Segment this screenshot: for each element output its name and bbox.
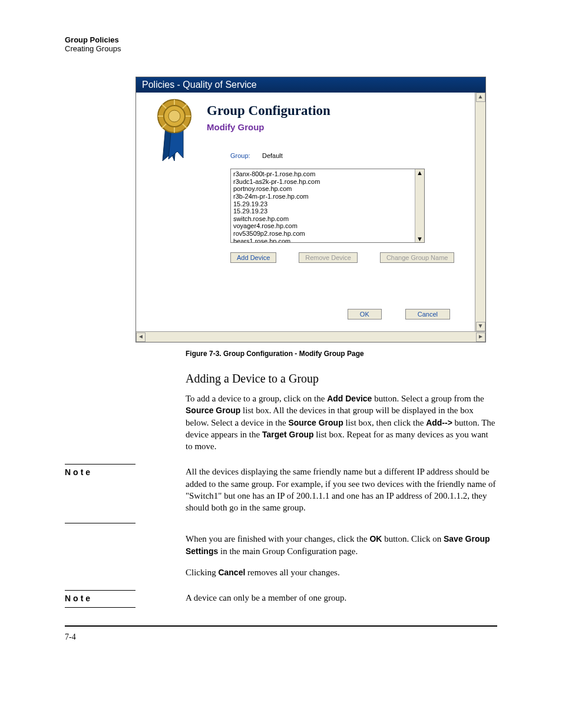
device-listbox[interactable]: r3anx-800t-pr-1.rose.hp.comr3udc1-as2k-p… — [230, 169, 425, 243]
svg-marker-1 — [168, 127, 183, 159]
note-rule-top — [65, 590, 135, 591]
change-group-name-button[interactable]: Change Group Name — [380, 252, 455, 263]
bold-ok: OK — [369, 534, 382, 543]
svg-point-2 — [158, 100, 191, 133]
text: list box, then click the — [343, 418, 426, 427]
text: in the main Group Configuration page. — [218, 546, 358, 556]
window-titlebar: Policies - Quality of Service — [136, 77, 485, 93]
note-2-text: A device can only be a member of one gro… — [186, 592, 497, 604]
list-item[interactable]: r3udc1-as2k-pr-1.rose.hp.com — [233, 178, 422, 186]
note-block-1: Note All the devices displaying the same… — [65, 464, 497, 523]
banner-subtitle: Modify Group — [207, 122, 468, 132]
group-value: Default — [262, 152, 283, 159]
scroll-down-icon[interactable]: ▼ — [476, 322, 485, 331]
text: removes all your changes. — [245, 568, 339, 577]
scroll-up-icon[interactable]: ▲ — [476, 93, 485, 102]
svg-point-3 — [164, 106, 185, 127]
note-label: Note — [65, 594, 92, 603]
list-item[interactable]: rov53509p2.rose.hp.com — [233, 230, 422, 238]
list-item[interactable]: 15.29.19.23 — [233, 207, 422, 215]
list-item[interactable]: 15.29.19.23 — [233, 200, 422, 208]
page-number: 7-4 — [65, 633, 497, 642]
header-subtitle: Creating Groups — [65, 44, 497, 53]
viewport-vscrollbar[interactable]: ▲ ▼ — [475, 93, 485, 331]
banner-title: Group Configuration — [207, 103, 468, 118]
text: button. Click on — [382, 534, 444, 543]
paragraph-add-device: To add a device to a group, click on the… — [186, 393, 497, 452]
scroll-right-icon[interactable]: ► — [476, 332, 485, 342]
scroll-left-icon[interactable]: ◄ — [136, 332, 146, 342]
figure-caption: Figure 7-3. Group Configuration - Modify… — [186, 350, 497, 358]
group-label: Group: — [230, 152, 260, 159]
bold-source-group: Source Group — [186, 406, 240, 415]
cancel-button[interactable]: Cancel — [405, 309, 450, 319]
paragraph-ok-save: When you are finished with your changes,… — [186, 533, 497, 557]
list-item[interactable]: bears1.rose.hp.com — [233, 238, 422, 242]
figure-screenshot: Policies - Quality of Service Group Conf… — [135, 77, 486, 342]
add-device-button[interactable]: Add Device — [230, 252, 276, 263]
group-row: Group: Default — [230, 150, 468, 160]
viewport-hscrollbar[interactable]: ◄ ► — [136, 331, 485, 342]
scroll-up-icon[interactable]: ▲ — [416, 169, 423, 176]
ok-cancel-row: OK Cancel — [348, 309, 450, 319]
note-rule-bottom — [65, 523, 135, 523]
banner-area: Group Configuration Modify Group — [207, 98, 468, 132]
svg-marker-0 — [163, 127, 177, 161]
text: When you are finished with your changes,… — [186, 534, 369, 543]
section-heading: Adding a Device to a Group — [186, 372, 497, 386]
bold-source-group: Source Group — [288, 418, 343, 427]
note-1-text: All the devices displaying the same frie… — [186, 466, 497, 513]
ok-button[interactable]: OK — [348, 309, 382, 319]
list-item[interactable]: r3anx-800t-pr-1.rose.hp.com — [233, 170, 422, 178]
list-item[interactable]: switch.rose.hp.com — [233, 215, 422, 223]
footer-rule — [65, 625, 497, 627]
list-item[interactable]: voyager4.rose.hp.com — [233, 222, 422, 230]
remove-device-button[interactable]: Remove Device — [299, 252, 358, 263]
note-block-2: Note A device can only be a member of on… — [65, 590, 497, 608]
text: To add a device to a group, click on the — [186, 394, 327, 403]
listbox-scrollbar[interactable]: ▲ ▼ — [415, 169, 424, 242]
note-label: Note — [65, 467, 92, 477]
form-block: Group: Default r3anx-800t-pr-1.rose.hp.c… — [230, 150, 468, 263]
note-rule-top — [65, 464, 135, 465]
page-header: Group Policies Creating Groups — [65, 35, 497, 53]
paragraph-cancel: Clicking Cancel removes all your changes… — [186, 566, 497, 578]
window-viewport: Group Configuration Modify Group Group: … — [136, 93, 485, 331]
bold-target-group: Target Group — [262, 430, 314, 439]
list-item[interactable]: r3b-24m-pr-1.rose.hp.com — [233, 193, 422, 200]
ribbon-icon — [154, 97, 195, 162]
bold-add-device: Add Device — [327, 394, 372, 403]
list-item[interactable]: portnoy.rose.hp.com — [233, 185, 422, 193]
text: button. Select a group from the — [372, 394, 484, 403]
button-row: Add Device Remove Device Change Group Na… — [230, 252, 468, 263]
bold-add-arrow: Add--> — [426, 418, 452, 427]
bold-cancel: Cancel — [218, 568, 245, 577]
header-title: Group Policies — [65, 35, 497, 44]
svg-point-4 — [168, 110, 180, 122]
note-rule-bottom — [65, 607, 135, 608]
text: Clicking — [186, 568, 218, 577]
scroll-down-icon[interactable]: ▼ — [416, 235, 423, 242]
